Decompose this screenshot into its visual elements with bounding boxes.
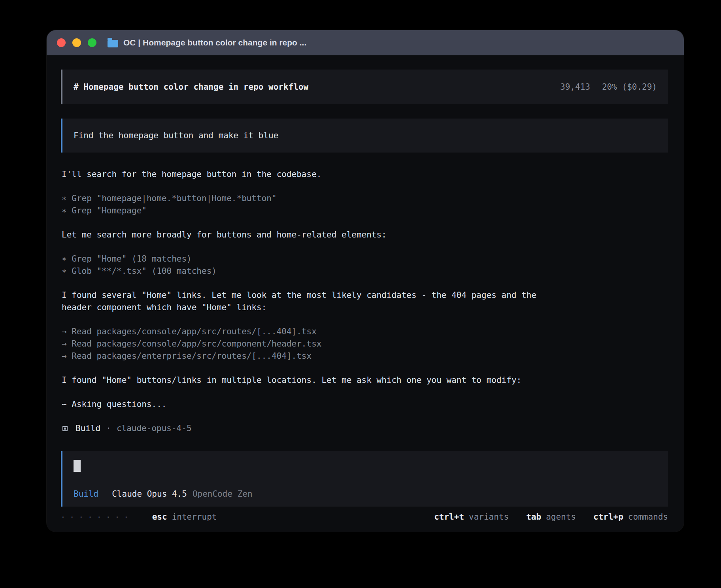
- window-title-group: OC | Homepage button color change in rep…: [108, 38, 306, 47]
- shortcut-label: agents: [546, 512, 576, 522]
- assistant-text-found: I found several "Home" links. Let me loo…: [62, 289, 668, 302]
- tool-call-read: → Read packages/console/app/src/routes/[…: [62, 326, 668, 338]
- text-cursor: [74, 460, 81, 472]
- session-stats: 39,413 20% ($0.29): [560, 82, 657, 92]
- assistant-text-broaden: Let me search more broadly for buttons a…: [62, 229, 668, 241]
- zoom-button[interactable]: [88, 38, 96, 47]
- agent-part-icon: [62, 426, 68, 431]
- status-bar: ········ esc interrupt ctrl+t variants t…: [61, 512, 668, 522]
- session-header: # Homepage button color change in repo w…: [61, 70, 668, 104]
- status-bar-left: ········ esc interrupt: [61, 512, 217, 522]
- shortcut-label: variants: [469, 512, 509, 522]
- tool-call-grep: ∗ Grep "Homepage": [62, 205, 668, 217]
- spinner-dots: ········: [61, 513, 133, 521]
- title-bar[interactable]: OC | Homepage button color change in rep…: [47, 30, 684, 55]
- close-button[interactable]: [57, 38, 66, 47]
- prompt-input[interactable]: Build Claude Opus 4.5 OpenCode Zen: [61, 451, 668, 507]
- agent-model: claude-opus-4-5: [117, 422, 192, 435]
- shortcut-label: commands: [628, 512, 668, 522]
- agent-separator: ·: [106, 422, 111, 435]
- traffic-lights: [57, 38, 96, 47]
- interrupt-label: interrupt: [172, 512, 217, 522]
- assistant-text-intro: I'll search for the homepage button in t…: [62, 168, 668, 181]
- agent-name: Build: [75, 422, 100, 435]
- shortcut-key: tab: [526, 512, 541, 522]
- window-title: OC | Homepage button color change in rep…: [123, 38, 306, 47]
- shortcut-key: ctrl+p: [593, 512, 623, 522]
- shortcut-key: ctrl+t: [434, 512, 464, 522]
- terminal-content: # Homepage button color change in repo w…: [47, 55, 684, 532]
- shortcut-agents: tab agents: [526, 512, 576, 522]
- tool-call-glob: ∗ Glob "**/*.tsx" (100 matches): [62, 265, 668, 277]
- context-usage: 20% ($0.29): [602, 82, 657, 92]
- folder-icon: [108, 40, 118, 47]
- shortcut-variants: ctrl+t variants: [434, 512, 509, 522]
- esc-key-hint: esc: [152, 512, 167, 522]
- status-bar-right: ctrl+t variants tab agents ctrl+p comman…: [434, 512, 668, 522]
- model-name: Claude Opus 4.5: [112, 489, 187, 499]
- tool-call-read: → Read packages/console/app/src/componen…: [62, 338, 668, 350]
- assistant-text-found: header component which have "Home" links…: [62, 302, 668, 314]
- token-count: 39,413: [560, 82, 590, 92]
- minimize-button[interactable]: [72, 38, 81, 47]
- shortcut-commands: ctrl+p commands: [593, 512, 668, 522]
- session-title: # Homepage button color change in repo w…: [74, 82, 308, 92]
- user-message: Find the homepage button and make it blu…: [61, 119, 668, 153]
- user-message-text: Find the homepage button and make it blu…: [74, 131, 278, 140]
- tool-call-grep: ∗ Grep "Home" (18 matches): [62, 253, 668, 265]
- assistant-text-ask: I found "Home" buttons/links in multiple…: [62, 374, 668, 386]
- asking-status: ~ Asking questions...: [62, 398, 668, 411]
- tool-call-read: → Read packages/enterprise/src/routes/[.…: [62, 350, 668, 362]
- agent-attribution: Build · claude-opus-4-5: [61, 422, 668, 435]
- tool-call-grep: ∗ Grep "homepage|home.*button|Home.*butt…: [62, 192, 668, 205]
- provider-name: OpenCode Zen: [193, 489, 253, 499]
- terminal-window: OC | Homepage button color change in rep…: [47, 30, 684, 532]
- agent-mode-label: Build: [74, 489, 98, 499]
- input-meta: Build Claude Opus 4.5 OpenCode Zen: [74, 489, 253, 499]
